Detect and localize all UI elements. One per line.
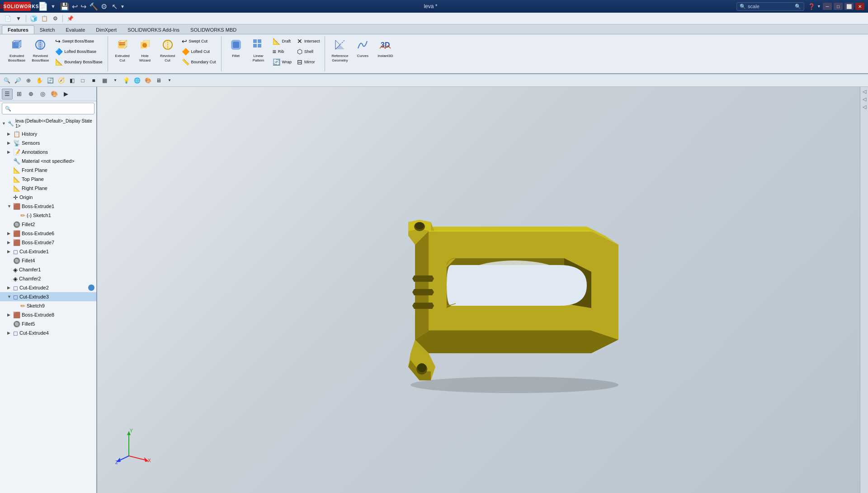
curves-btn[interactable]: Curves: [352, 36, 373, 60]
rp-btn-1[interactable]: ◁: [863, 89, 866, 95]
tree-item-chamfer2[interactable]: ▶ ◈ Chamfer2: [0, 274, 96, 283]
mirror-btn[interactable]: ⊟ Mirror: [295, 57, 322, 67]
tab-features[interactable]: Features: [2, 25, 34, 34]
vt-zoom-out[interactable]: 🔎: [13, 76, 23, 85]
lofted-boss-btn[interactable]: 🔷 Lofted Boss/Base: [53, 47, 105, 57]
help-dropdown[interactable]: ▼: [817, 4, 821, 9]
vt-appear[interactable]: 🎨: [143, 76, 153, 85]
tree-item-cut-extrude2[interactable]: ▶ ◻ Cut-Extrude2: [0, 283, 96, 292]
maximize-btn[interactable]: ⬜: [844, 3, 854, 10]
tree-item-material[interactable]: ▶ 🔧 Material <not specified>: [0, 156, 96, 166]
shell-btn[interactable]: ⬡ Shell: [295, 47, 322, 57]
quick-options[interactable]: ⚙: [101, 2, 107, 11]
vt-section[interactable]: ◧: [67, 76, 77, 85]
tree-item-cut-extrude1[interactable]: ▶ ◻ Cut-Extrude1: [0, 247, 96, 256]
cursor-dropdown[interactable]: ▼: [120, 4, 125, 9]
revolved-cut-btn[interactable]: RevolvedCut: [157, 36, 179, 65]
tree-item-fillet5[interactable]: ▶ 🔘 Fillet5: [0, 319, 96, 328]
tree-item-cut-extrude4[interactable]: ▶ ◻ Cut-Extrude4: [0, 328, 96, 337]
quick-rebuild[interactable]: 🔨: [89, 2, 98, 11]
swept-cut-btn[interactable]: ↩ Swept Cut: [179, 36, 218, 46]
vt-pan[interactable]: ✋: [34, 76, 44, 85]
qa-3d-icon[interactable]: 🧊: [28, 14, 38, 24]
extruded-cut-btn[interactable]: ExtrudedCut: [112, 36, 133, 65]
draft-btn[interactable]: 📐 Draft: [270, 36, 294, 46]
tree-item-top-plane[interactable]: ▶ 📐 Top Plane: [0, 175, 96, 184]
qa-newdoc-icon[interactable]: ▼: [14, 14, 24, 24]
boundary-boss-btn[interactable]: 📐 Boundary Boss/Base: [53, 57, 105, 67]
tree-item-history[interactable]: ▶ 📋 History: [0, 129, 96, 138]
linear-pattern-btn[interactable]: LinearPattern: [248, 36, 269, 65]
quick-undo[interactable]: ↩: [72, 2, 78, 11]
tree-root[interactable]: ▼ 🔧 leva (Default<<Default>_Display Stat…: [0, 118, 96, 129]
vt-drop2[interactable]: ▼: [165, 76, 175, 85]
tree-item-sketch1[interactable]: ▶ ✏ (-) Sketch1: [0, 211, 96, 220]
rp-btn-2[interactable]: ◁: [863, 96, 866, 102]
reference-geometry-btn[interactable]: ReferenceGeometry: [329, 36, 351, 65]
vt-lights[interactable]: 💡: [121, 76, 131, 85]
tree-item-right-plane[interactable]: ▶ 📐 Right Plane: [0, 184, 96, 193]
panel-search-input[interactable]: [13, 106, 91, 111]
intersect-btn[interactable]: ✕ Intersect: [295, 36, 322, 46]
tree-item-cut-extrude3[interactable]: ▼ ◻ Cut-Extrude3: [0, 292, 96, 301]
vt-display3[interactable]: ▦: [99, 76, 109, 85]
vt-display2[interactable]: ■: [89, 76, 99, 85]
pt-target-btn[interactable]: ◎: [37, 89, 48, 100]
instant3d-btn[interactable]: 3D Instant3D: [374, 36, 396, 60]
quick-save[interactable]: 💾: [60, 2, 69, 11]
pt-expand-btn[interactable]: ⊕: [25, 89, 36, 100]
hole-wizard-btn[interactable]: HoleWizard: [134, 36, 156, 65]
lofted-cut-btn[interactable]: 🔶 Lofted Cut: [179, 47, 218, 57]
tree-item-annotations[interactable]: ▶ 📝 Annotations: [0, 147, 96, 156]
boundary-cut-btn[interactable]: 📏 Boundary Cut: [179, 57, 218, 67]
vt-display4[interactable]: 🖥: [154, 76, 164, 85]
pt-arrow-btn[interactable]: ▶: [61, 89, 71, 100]
extruded-boss-btn[interactable]: ExtrudedBoss/Base: [5, 36, 28, 65]
vt-zoom-area[interactable]: ⊕: [24, 76, 33, 85]
restore-btn[interactable]: □: [834, 3, 843, 10]
revolved-boss-btn[interactable]: RevolvedBoss/Base: [29, 36, 52, 65]
tree-item-sensors[interactable]: ▶ 📡 Sensors: [0, 138, 96, 147]
vt-view-orient[interactable]: 🧭: [56, 76, 66, 85]
quick-redo[interactable]: ↪: [80, 2, 86, 11]
tree-item-boss-extrude6[interactable]: ▶ 🟫 Boss-Extrude6: [0, 229, 96, 238]
qa-drawing-icon[interactable]: 📋: [39, 14, 49, 24]
help-btn[interactable]: ❓: [808, 3, 815, 10]
tree-item-fillet2[interactable]: ▶ 🔘 Fillet2: [0, 220, 96, 229]
pt-list-btn[interactable]: ☰: [2, 89, 13, 100]
menu-arrow[interactable]: ▼: [51, 4, 56, 9]
tree-item-chamfer1[interactable]: ▶ ◈ Chamfer1: [0, 265, 96, 274]
tab-mbd[interactable]: SOLIDWORKS MBD: [185, 26, 242, 34]
vt-display-drop[interactable]: ▼: [110, 76, 120, 85]
swept-boss-btn[interactable]: ↪ Swept Boss/Base: [53, 36, 105, 46]
tree-item-front-plane[interactable]: ▶ 📐 Front Plane: [0, 166, 96, 175]
vt-scene[interactable]: 🌐: [132, 76, 142, 85]
tab-evaluate[interactable]: Evaluate: [61, 26, 91, 34]
cursor-arrow[interactable]: ↖: [112, 2, 118, 11]
tab-sketch[interactable]: Sketch: [34, 26, 61, 34]
tree-item-sketch9[interactable]: ▶ ✏ Sketch9: [0, 301, 96, 310]
qa-pin-icon[interactable]: 📌: [65, 14, 75, 24]
title-search-input[interactable]: [748, 4, 793, 9]
pt-properties-btn[interactable]: ⊞: [14, 89, 24, 100]
menu-file[interactable]: 📄: [38, 1, 48, 11]
tree-item-fillet4[interactable]: ▶ 🔘 Fillet4: [0, 256, 96, 265]
minimize-btn[interactable]: ─: [823, 3, 832, 10]
title-search-btn[interactable]: 🔍: [795, 4, 801, 9]
qa-file-icon[interactable]: 📄: [3, 14, 13, 24]
tree-item-boss-extrude7[interactable]: ▶ 🟫 Boss-Extrude7: [0, 238, 96, 247]
tree-item-boss-extrude1[interactable]: ▼ 🟫 Boss-Extrude1: [0, 202, 96, 211]
pt-palette-btn[interactable]: 🎨: [49, 89, 60, 100]
wrap-btn[interactable]: 🔄 Wrap: [270, 57, 294, 67]
rp-btn-3[interactable]: ◁: [863, 104, 866, 110]
vt-display1[interactable]: □: [78, 76, 88, 85]
tree-item-boss-extrude8[interactable]: ▶ 🟫 Boss-Extrude8: [0, 310, 96, 319]
rib-btn[interactable]: ≡ Rib: [270, 47, 294, 57]
vt-rotate[interactable]: 🔄: [45, 76, 55, 85]
qa-asm-icon[interactable]: ⚙: [50, 14, 60, 24]
close-btn[interactable]: ✕: [855, 3, 864, 10]
tab-dimxpert[interactable]: DimXpert: [90, 26, 122, 34]
tab-addins[interactable]: SOLIDWORKS Add-Ins: [122, 26, 185, 34]
tree-item-origin[interactable]: ▶ ✛ Origin: [0, 193, 96, 202]
vt-search-icon[interactable]: 🔍: [2, 76, 12, 85]
